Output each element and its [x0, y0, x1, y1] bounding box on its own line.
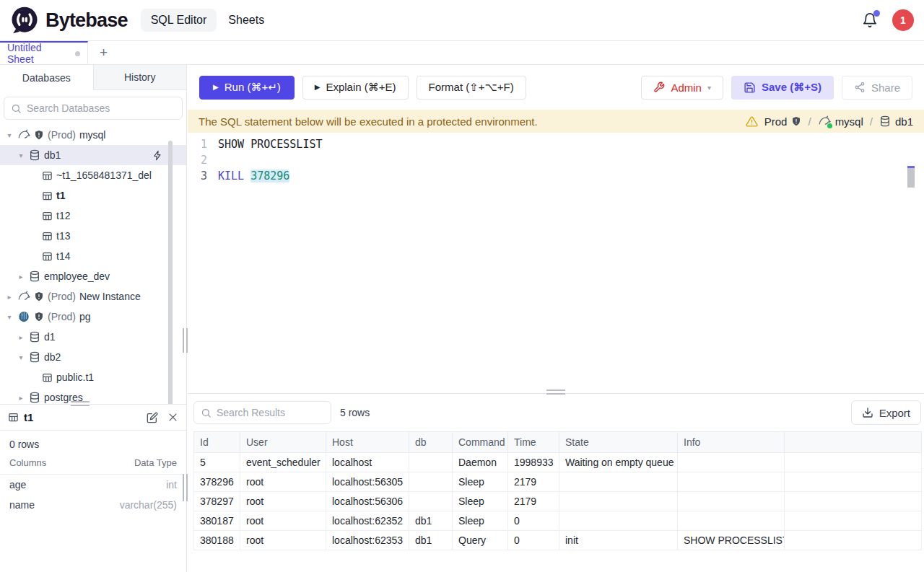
save-button[interactable]: Save (⌘+S) — [731, 76, 834, 100]
sql-code-editor[interactable]: 1SHOW PROCESSLIST23KILL 378296 — [188, 133, 924, 393]
tree-item-t14[interactable]: t14 — [0, 246, 186, 266]
table-cell — [785, 472, 922, 492]
table-cell: 380188 — [194, 531, 240, 550]
results-table: IdUserHostdbCommandTimeStateInfo5event_s… — [193, 431, 922, 550]
explain-button[interactable]: ▶ Explain (⌘+E) — [302, 76, 409, 100]
schema-panel-header: t1 — [0, 405, 186, 431]
export-button[interactable]: Export — [851, 400, 921, 425]
line-number: 1 — [188, 136, 218, 152]
sidebar-search-wrap — [0, 90, 186, 125]
share-button[interactable]: Share — [842, 76, 912, 100]
table-cell — [785, 492, 922, 511]
table-cell: Sleep — [453, 492, 508, 511]
table-row[interactable]: 378296rootlocalhost:56305Sleep2179 — [194, 472, 922, 492]
avatar[interactable]: 1 — [892, 9, 914, 31]
header-actions: 1 — [862, 9, 914, 31]
table-cell: 0 — [508, 531, 559, 550]
table-cell: db1 — [409, 531, 453, 550]
breadcrumb-environment[interactable]: Prod — [764, 115, 802, 128]
breadcrumb-separator: / — [808, 115, 811, 128]
chevron-down-icon[interactable]: ▾ — [17, 353, 25, 361]
table-row[interactable]: 380188rootlocalhost:62353db1Query0initSH… — [194, 531, 922, 550]
breadcrumb-database[interactable]: db1 — [879, 115, 913, 128]
table-cell: Waiting on empty queue — [559, 453, 678, 472]
format-button[interactable]: Format (⇧+⌥+F) — [417, 76, 526, 100]
tab-untitled-sheet[interactable]: Untitled Sheet — [0, 41, 88, 64]
tree-item-t1[interactable]: t1 — [0, 185, 186, 206]
bolt-icon[interactable] — [152, 150, 163, 161]
table-cell — [559, 511, 678, 531]
tree-item-label: mysql — [79, 129, 106, 141]
chevron-down-icon[interactable]: ▾ — [5, 131, 14, 139]
close-icon[interactable] — [167, 412, 178, 423]
results-searchbox[interactable] — [193, 401, 331, 424]
edit-table-icon[interactable] — [147, 412, 158, 423]
tree-item-employee-dev[interactable]: ▸employee_dev — [0, 266, 186, 286]
chevron-right-icon[interactable]: ▸ — [17, 333, 25, 341]
tab-history[interactable]: History — [93, 65, 187, 90]
table-icon — [42, 170, 53, 181]
column-header-info: Info — [678, 432, 785, 453]
sidebar-scrollbar-thumb[interactable] — [168, 141, 173, 418]
tree-item-mysql[interactable]: ▾(Prod)mysql — [0, 125, 186, 145]
environment-prefix: (Prod) — [48, 129, 76, 141]
run-button[interactable]: ▶ Run (⌘+↵) — [199, 76, 295, 100]
new-sheet-button[interactable]: + — [88, 41, 119, 64]
nav-sql-editor[interactable]: SQL Editor — [141, 9, 217, 32]
tree-item--t1-1658481371-del[interactable]: ~t1_1658481371_del — [0, 165, 186, 185]
table-cell: 2179 — [508, 472, 559, 492]
chevron-down-icon[interactable]: ▾ — [17, 151, 25, 159]
column-header-time: Time — [508, 432, 559, 453]
chevron-right-icon[interactable]: ▸ — [17, 273, 25, 281]
bell-icon[interactable] — [862, 12, 878, 28]
editor-line-1[interactable]: 1SHOW PROCESSLIST — [188, 136, 924, 152]
tree-item-t12[interactable]: t12 — [0, 206, 186, 226]
tree-item-db2[interactable]: ▾db2 — [0, 347, 186, 367]
tab-databases[interactable]: Databases — [0, 65, 93, 90]
sidebar-resize-handle[interactable] — [183, 328, 188, 353]
table-cell: root — [240, 492, 326, 511]
schema-table-name: t1 — [24, 411, 33, 423]
line-number: 2 — [188, 152, 218, 168]
tree-item-public-t1[interactable]: public.t1 — [0, 367, 186, 387]
tree-item-t13[interactable]: t13 — [0, 226, 186, 246]
table-row[interactable]: 5event_schedulerlocalhostDaemon1998933Wa… — [194, 453, 922, 472]
mysql-icon — [17, 128, 30, 141]
tree-item-new-instance[interactable]: ▸(Prod)New Instance — [0, 286, 186, 307]
table-cell — [678, 511, 785, 531]
breadcrumb-instance[interactable]: mysql — [818, 115, 863, 128]
schema-panel-resize-handle-vertical[interactable] — [183, 474, 188, 501]
table-row[interactable]: 378297rootlocalhost:56306Sleep2179 — [194, 492, 922, 511]
tree-item-d1[interactable]: ▸d1 — [0, 327, 186, 347]
table-cell: localhost:62353 — [326, 531, 409, 550]
chevron-right-icon[interactable]: ▸ — [17, 394, 25, 402]
search-icon — [201, 408, 212, 418]
tree-item-label: db1 — [44, 149, 61, 161]
table-cell: root — [240, 472, 326, 492]
admin-mode-button[interactable]: Admin ▾ — [641, 76, 723, 100]
database-icon — [29, 270, 40, 282]
nav-sheets[interactable]: Sheets — [219, 9, 273, 32]
tree-item-label: t14 — [56, 250, 70, 262]
brand[interactable]: Bytebase — [10, 6, 128, 35]
editor-line-2[interactable]: 2 — [188, 152, 924, 168]
editor-line-3[interactable]: 3KILL 378296 — [188, 168, 924, 184]
chevron-right-icon[interactable]: ▸ — [5, 293, 14, 301]
tree-item-pg[interactable]: ▾(Prod)pg — [0, 307, 186, 327]
chevron-down-icon[interactable]: ▾ — [5, 313, 14, 321]
sidebar-panel-resize-handle[interactable] — [71, 401, 90, 406]
schema-columns-list: ageintnamevarchar(255) — [0, 475, 186, 515]
database-searchbox[interactable] — [4, 97, 183, 120]
tree-item-label: New Instance — [79, 291, 141, 302]
table-cell: root — [240, 531, 326, 550]
table-row[interactable]: 380187rootlocalhost:62352db1Sleep0 — [194, 511, 922, 531]
table-cell: localhost — [326, 453, 409, 472]
column-type: int — [166, 479, 177, 490]
results-search-input[interactable] — [217, 407, 347, 418]
results-panel-resize-handle[interactable] — [546, 390, 565, 395]
tree-item-db1[interactable]: ▾db1 — [0, 145, 186, 165]
database-search-input[interactable] — [27, 102, 175, 114]
environment-prefix: (Prod) — [48, 311, 76, 322]
table-cell: Daemon — [453, 453, 508, 472]
column-header-db: db — [409, 432, 453, 453]
